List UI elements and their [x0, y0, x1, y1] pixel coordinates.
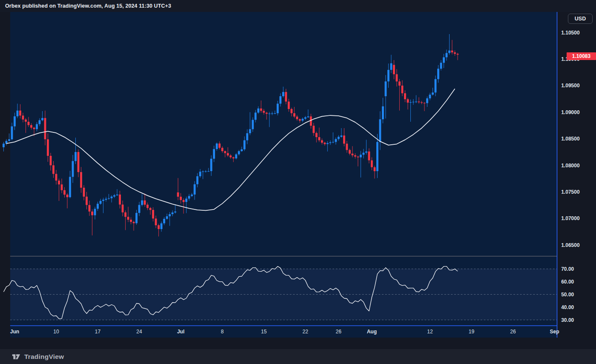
candle-body — [191, 195, 193, 196]
rsi-axis-label: 40.00 — [561, 304, 574, 310]
candle-body — [346, 143, 348, 150]
candle-body — [299, 119, 301, 120]
candle-body — [351, 154, 353, 155]
candle-body — [124, 212, 126, 217]
candle-body — [304, 117, 307, 118]
candle-body — [404, 93, 406, 99]
candle-body — [437, 69, 439, 79]
candle-body — [47, 139, 49, 156]
candle-body — [338, 137, 340, 139]
candle-body — [288, 102, 290, 109]
footer-brand-text[interactable]: TradingView — [24, 353, 64, 361]
time-axis-label: 15 — [261, 329, 267, 335]
candle-body — [282, 92, 284, 96]
candle-body — [354, 155, 356, 157]
candle-body — [390, 63, 393, 70]
candle-body — [374, 167, 376, 171]
candle-body — [199, 172, 201, 176]
candle-body — [426, 98, 428, 103]
price-axis-label: 1.08000 — [561, 163, 580, 169]
currency-scale-button[interactable]: USD — [568, 14, 593, 24]
candle-body — [246, 133, 248, 140]
time-axis-label: Jun — [10, 329, 19, 335]
time-axis-label: 24 — [136, 329, 142, 335]
candle-body — [94, 209, 96, 215]
candle-body — [357, 157, 359, 158]
candle-body — [116, 195, 118, 195]
candle-body — [108, 198, 110, 199]
candle-body — [413, 102, 415, 102]
time-axis-label: Aug — [367, 329, 377, 335]
candle-body — [252, 120, 254, 129]
candle-body — [435, 79, 437, 92]
candle-body — [263, 111, 265, 112]
chart-canvas[interactable]: 1.105001.100001.095001.090001.085001.080… — [0, 12, 596, 349]
candle-body — [255, 112, 257, 120]
rsi-axis-label: 30.00 — [561, 317, 574, 323]
candle-body — [429, 95, 431, 98]
rsi-axis-label: 50.00 — [561, 292, 574, 298]
candle-body — [279, 96, 281, 103]
time-axis-label: 17 — [95, 329, 101, 335]
candle-body — [218, 143, 221, 148]
candle-body — [277, 103, 279, 113]
candle-body — [33, 128, 35, 129]
candle-body — [410, 102, 412, 103]
time-axis-label: 26 — [510, 329, 516, 335]
candle-body — [50, 156, 52, 165]
candle-body — [285, 92, 287, 102]
candle-body — [22, 115, 24, 119]
candle-body — [443, 57, 445, 63]
candle-body — [257, 109, 259, 113]
candle-body — [393, 65, 395, 74]
candle-body — [274, 113, 276, 114]
candle-body — [379, 119, 381, 142]
candle-body — [102, 200, 104, 201]
candle-body — [58, 181, 60, 184]
candle-body — [224, 151, 226, 153]
candle-body — [25, 120, 27, 122]
candle-body — [457, 54, 459, 54]
candle-body — [365, 152, 367, 153]
candle-body — [69, 177, 71, 197]
candle-body — [41, 118, 43, 120]
candle-body — [415, 102, 417, 102]
candle-body — [160, 224, 163, 229]
time-axis-label: 26 — [336, 329, 342, 335]
candle-body — [343, 135, 345, 143]
price-axis-labels[interactable]: 1.105001.100001.095001.090001.085001.080… — [561, 30, 580, 248]
candle-body — [454, 52, 456, 54]
candle-body — [296, 117, 298, 119]
candle-body — [14, 116, 16, 126]
candle-body — [141, 201, 143, 205]
candle-body — [266, 113, 268, 114]
candle-body — [127, 217, 129, 220]
candle-body — [387, 70, 390, 81]
candle-body — [432, 92, 434, 95]
candle-body — [332, 142, 334, 142]
time-axis-label: 8 — [221, 329, 224, 335]
candle-body — [440, 63, 442, 69]
candle-body — [180, 197, 182, 200]
last-price-label: 1.10083 — [567, 52, 596, 60]
candle-body — [111, 197, 113, 198]
tradingview-logo-icon[interactable] — [12, 353, 20, 361]
candle-body — [382, 106, 384, 119]
candle-body — [213, 149, 215, 159]
candle-body — [39, 120, 41, 124]
candle-body — [177, 192, 179, 197]
time-axis-label: 19 — [469, 329, 475, 335]
candle-body — [149, 208, 152, 210]
candle-body — [448, 51, 450, 53]
candle-body — [172, 212, 174, 214]
candle-body — [210, 159, 212, 171]
candle-body — [312, 126, 315, 133]
candle-body — [174, 212, 176, 212]
candle-body — [241, 149, 243, 151]
candle-body — [11, 126, 13, 139]
candle-body — [327, 143, 329, 144]
rsi-axis-labels[interactable]: 70.0060.0050.0040.0030.00 — [561, 266, 574, 323]
candle-body — [293, 113, 295, 117]
candle-body — [138, 205, 140, 213]
candle-body — [301, 119, 304, 121]
